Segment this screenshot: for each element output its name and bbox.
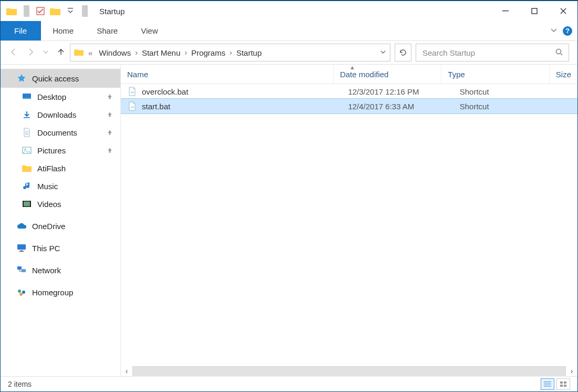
- pin-icon: [107, 92, 113, 101]
- breadcrumb-item[interactable]: Startup: [234, 48, 264, 57]
- qat-newfolder-icon[interactable]: [49, 6, 61, 16]
- onedrive-icon: [16, 221, 27, 231]
- sidebar-item-label: This PC: [32, 244, 60, 253]
- refresh-button[interactable]: [395, 44, 411, 61]
- svg-rect-7: [24, 117, 30, 118]
- sidebar-item-videos[interactable]: Videos: [1, 195, 120, 213]
- close-button[interactable]: [549, 1, 577, 21]
- nav-up-icon[interactable]: [56, 47, 66, 58]
- ribbon: File Home Share View ?: [1, 21, 577, 41]
- breadcrumb-item[interactable]: Start Menu: [140, 48, 182, 57]
- shortcut-file-icon: [127, 101, 138, 111]
- sidebar-item-label: Quick access: [32, 74, 79, 83]
- svg-point-4: [556, 49, 561, 54]
- sidebar-item-pictures[interactable]: Pictures: [1, 141, 120, 159]
- search-box[interactable]: [416, 44, 569, 61]
- svg-point-9: [24, 148, 26, 150]
- download-icon: [22, 109, 32, 120]
- svg-rect-27: [560, 385, 563, 387]
- sidebar-item-documents[interactable]: Documents: [1, 123, 120, 141]
- sidebar-quick-access[interactable]: Quick access: [1, 69, 120, 88]
- search-input[interactable]: [421, 48, 555, 58]
- sidebar-item-label: Videos: [37, 200, 61, 209]
- tab-view[interactable]: View: [129, 21, 169, 40]
- qat-customize-icon[interactable]: [65, 7, 76, 15]
- pin-icon: [107, 110, 113, 119]
- document-icon: [22, 127, 32, 138]
- video-icon: [22, 199, 32, 209]
- breadcrumb-overflow[interactable]: «: [86, 48, 95, 57]
- table-row[interactable]: overclock.bat12/3/2017 12:16 PMShortcut: [121, 84, 577, 99]
- file-date: 12/4/2017 6:33 AM: [342, 99, 453, 114]
- minimize-button[interactable]: [491, 1, 520, 21]
- navigation-pane: Quick access Desktop Downloads Documents…: [1, 65, 121, 376]
- sidebar-item-downloads[interactable]: Downloads: [1, 106, 120, 123]
- svg-point-19: [18, 290, 21, 293]
- chevron-right-icon[interactable]: ›: [135, 48, 138, 57]
- title-bar: Startup: [1, 1, 577, 21]
- maximize-button[interactable]: [520, 1, 549, 21]
- sidebar-item-label: Desktop: [37, 92, 66, 101]
- sidebar-item-label: AtiFlash: [37, 164, 66, 173]
- sidebar-item-network[interactable]: Network: [1, 261, 120, 279]
- column-size[interactable]: Size: [549, 65, 577, 84]
- breadcrumb-item[interactable]: Windows: [97, 48, 133, 57]
- sidebar-item-music[interactable]: Music: [1, 177, 120, 195]
- tab-file[interactable]: File: [1, 21, 41, 40]
- svg-rect-18: [22, 269, 26, 272]
- pc-icon: [16, 243, 27, 253]
- view-details-button[interactable]: [541, 378, 554, 390]
- sidebar-item-label: Music: [37, 182, 58, 191]
- sidebar-item-atiflash[interactable]: AtiFlash: [1, 159, 120, 177]
- nav-back-icon[interactable]: [9, 47, 18, 58]
- svg-rect-23: [544, 384, 551, 384]
- scroll-left-icon[interactable]: ‹: [122, 366, 131, 376]
- horizontal-scrollbar[interactable]: ‹ ›: [121, 366, 577, 376]
- status-bar: 2 items: [1, 376, 577, 391]
- sidebar-item-label: OneDrive: [32, 222, 65, 231]
- address-folder-icon: [74, 48, 84, 58]
- tab-home[interactable]: Home: [41, 21, 85, 40]
- svg-rect-26: [564, 381, 566, 384]
- file-date: 12/3/2017 12:16 PM: [342, 84, 453, 99]
- table-row[interactable]: start.bat12/4/2017 6:33 AMShortcut: [121, 99, 577, 114]
- qat-properties-icon[interactable]: [36, 6, 45, 16]
- pin-icon: [107, 146, 113, 155]
- svg-rect-25: [560, 381, 563, 384]
- svg-rect-2: [502, 11, 509, 11]
- svg-rect-22: [544, 381, 551, 382]
- quick-access-icon: [16, 73, 27, 84]
- help-button[interactable]: ?: [563, 26, 572, 36]
- svg-rect-3: [532, 8, 537, 14]
- column-type[interactable]: Type: [441, 65, 549, 84]
- column-name[interactable]: Name: [121, 65, 333, 84]
- nav-recent-icon[interactable]: [43, 48, 49, 57]
- sidebar-item-label: Pictures: [37, 146, 66, 155]
- nav-forward-icon[interactable]: [26, 47, 35, 58]
- explorer-window: Startup File Home Share View ?: [0, 0, 578, 392]
- svg-rect-1: [68, 8, 73, 8]
- address-bar[interactable]: « Windows › Start Menu › Programs › Star…: [70, 44, 390, 61]
- svg-point-21: [19, 293, 23, 296]
- svg-rect-11: [24, 202, 30, 206]
- sidebar-item-onedrive[interactable]: OneDrive: [1, 217, 120, 235]
- svg-rect-16: [19, 251, 24, 252]
- chevron-right-icon[interactable]: ›: [230, 48, 232, 57]
- svg-rect-14: [17, 244, 26, 250]
- tab-share[interactable]: Share: [85, 21, 129, 40]
- address-dropdown-icon[interactable]: [379, 48, 387, 57]
- breadcrumb-item[interactable]: Programs: [189, 48, 228, 57]
- scroll-right-icon[interactable]: ›: [567, 366, 576, 376]
- shortcut-file-icon: [127, 86, 138, 97]
- search-icon[interactable]: [555, 48, 563, 58]
- sidebar-item-desktop[interactable]: Desktop: [1, 88, 120, 106]
- file-name: overclock.bat: [142, 87, 188, 96]
- sidebar-item-thispc[interactable]: This PC: [1, 239, 120, 257]
- sidebar-item-homegroup[interactable]: Homegroup: [1, 283, 120, 301]
- view-largeicons-button[interactable]: [556, 378, 570, 390]
- sidebar-item-label: Network: [32, 266, 61, 275]
- collapse-ribbon-icon[interactable]: [550, 26, 558, 35]
- chevron-right-icon[interactable]: ›: [184, 48, 187, 57]
- network-icon: [16, 265, 27, 275]
- content-pane: ▲ Name Date modified Type Size overclock…: [121, 65, 577, 376]
